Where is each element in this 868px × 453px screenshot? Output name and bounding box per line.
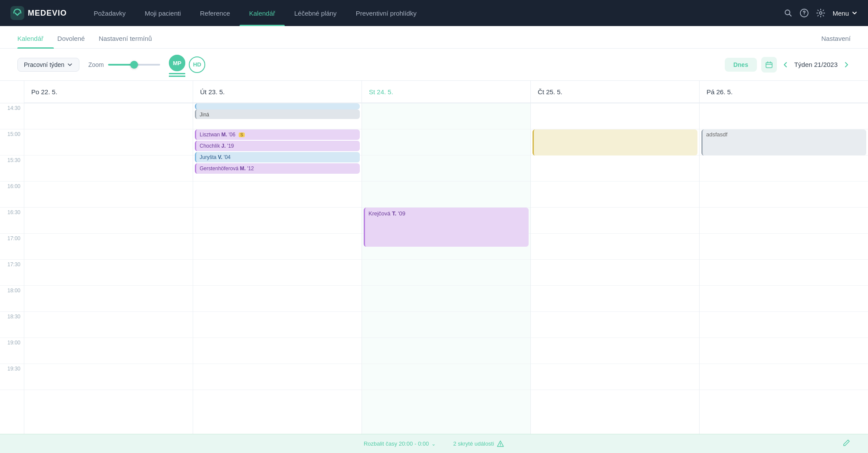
day-slot[interactable] <box>193 286 362 312</box>
day-slot[interactable] <box>531 182 699 208</box>
day-slot[interactable] <box>362 286 530 312</box>
edit-button[interactable] <box>842 439 851 449</box>
tab-kalendar[interactable]: Kalendář <box>17 35 54 48</box>
nav-item-preventivni[interactable]: Preventivní prohlídky <box>346 0 426 26</box>
navbar-right: Menu <box>784 8 858 18</box>
time-slot-1430: 14:30 <box>0 103 24 129</box>
day-slot[interactable] <box>24 103 193 129</box>
day-slot[interactable] <box>531 312 699 338</box>
day-slot[interactable] <box>362 155 530 182</box>
nav-week-controls: Dnes Týden 21/2023 <box>725 57 851 73</box>
day-slot[interactable] <box>531 338 699 364</box>
day-slot[interactable] <box>700 286 868 312</box>
day-slot[interactable] <box>24 208 193 234</box>
day-slot[interactable] <box>362 338 530 364</box>
day-slot[interactable] <box>531 364 699 390</box>
settings-icon[interactable] <box>816 8 825 18</box>
day-slot[interactable] <box>193 338 362 364</box>
zoom-slider[interactable] <box>108 64 160 66</box>
time-slot-1800: 18:00 <box>0 286 24 312</box>
day-slot[interactable] <box>24 364 193 390</box>
day-slot[interactable] <box>24 286 193 312</box>
next-week-button[interactable] <box>842 60 851 69</box>
svg-point-4 <box>819 12 822 14</box>
nav-item-pozadavky[interactable]: Požadavky <box>84 0 135 26</box>
day-slot[interactable] <box>193 182 362 208</box>
help-icon[interactable] <box>799 8 809 18</box>
event-krejcova[interactable]: Krejčová T. '09 <box>364 208 529 247</box>
day-slot[interactable] <box>24 234 193 260</box>
day-slot[interactable] <box>531 155 699 182</box>
event-jina[interactable]: Jiná <box>195 109 360 119</box>
day-slot[interactable] <box>362 103 530 129</box>
day-slot[interactable] <box>700 260 868 286</box>
svg-rect-0 <box>10 6 24 20</box>
day-slot[interactable] <box>700 234 868 260</box>
event-gerstenhof[interactable]: Gerstenhöferová M. '12 <box>195 163 360 174</box>
s-badge: S <box>239 132 245 137</box>
nav-item-kalendar[interactable]: Kalendář <box>240 0 285 26</box>
logo-text: MEDEVIO <box>28 9 67 18</box>
event-friday-gray[interactable]: adsfasdf <box>701 129 866 155</box>
tab-nastaveni-terminu[interactable]: Nastavení termínů <box>99 35 162 48</box>
day-slot[interactable] <box>700 182 868 208</box>
day-slot[interactable] <box>700 103 868 129</box>
event-tuesday-top[interactable] <box>195 103 360 109</box>
event-jurysta[interactable]: Juryšta V. '04 <box>195 152 360 162</box>
avatar-hd[interactable]: HD <box>189 56 205 73</box>
event-lisztwan[interactable]: Lisztwan M. '06 S <box>195 129 360 140</box>
event-thursday-yellow[interactable] <box>533 129 697 155</box>
expand-times-button[interactable]: Rozbalit časy 20:00 - 0:00 ⌄ <box>364 440 436 447</box>
day-slot[interactable] <box>24 155 193 182</box>
event-label: adsfasdf <box>706 131 727 138</box>
tab-nastaveni[interactable]: Nastavení <box>821 35 851 48</box>
day-slot[interactable] <box>700 208 868 234</box>
day-slot[interactable] <box>531 208 699 234</box>
day-slot[interactable] <box>362 312 530 338</box>
day-slot[interactable] <box>24 182 193 208</box>
day-slot[interactable] <box>193 364 362 390</box>
day-header-wednesday: St 24. 5. <box>362 81 530 103</box>
nav-item-reference[interactable]: Reference <box>191 0 240 26</box>
nav-item-lecebne[interactable]: Léčebné plány <box>285 0 346 26</box>
day-slot[interactable] <box>700 312 868 338</box>
day-slot[interactable] <box>362 260 530 286</box>
svg-point-6 <box>500 445 501 446</box>
calendar-icon-button[interactable] <box>761 57 777 73</box>
zoom-label: Zoom <box>88 61 104 68</box>
edit-icon <box>842 439 851 447</box>
time-slot-1630: 16:30 <box>0 208 24 234</box>
avatar-mp[interactable]: MP <box>169 55 185 71</box>
day-slot[interactable] <box>24 338 193 364</box>
dnes-button[interactable]: Dnes <box>725 58 757 72</box>
hidden-events-button[interactable]: 2 skryté události <box>453 440 504 448</box>
logo[interactable]: MEDEVIO <box>10 6 67 20</box>
day-slot[interactable] <box>531 103 699 129</box>
day-slot[interactable] <box>193 234 362 260</box>
day-slot[interactable] <box>531 286 699 312</box>
event-chochlik[interactable]: Chochlík J. '19 <box>195 141 360 151</box>
day-slot[interactable] <box>362 129 530 155</box>
day-slot[interactable] <box>193 208 362 234</box>
tab-dovolene[interactable]: Dovolené <box>57 35 95 48</box>
week-selector[interactable]: Pracovní týden <box>17 58 79 72</box>
menu-button[interactable]: Menu <box>832 10 858 17</box>
day-slot[interactable] <box>362 182 530 208</box>
day-slot[interactable] <box>193 260 362 286</box>
day-tuesday: Út 23. 5. Jiná <box>193 81 362 437</box>
day-slot[interactable] <box>700 155 868 182</box>
day-slot[interactable] <box>24 129 193 155</box>
day-slot[interactable] <box>531 260 699 286</box>
day-slot[interactable] <box>24 312 193 338</box>
day-slot[interactable] <box>531 234 699 260</box>
day-slot[interactable] <box>193 312 362 338</box>
nav-item-pacienti[interactable]: Moji pacienti <box>135 0 190 26</box>
tabs-bar: Kalendář Dovolené Nastavení termínů Nast… <box>0 26 868 49</box>
prev-week-button[interactable] <box>781 60 790 69</box>
day-slot[interactable] <box>362 364 530 390</box>
day-slot[interactable] <box>24 260 193 286</box>
day-slot[interactable] <box>700 338 868 364</box>
event-label: Jiná <box>200 112 209 118</box>
search-icon[interactable] <box>784 9 792 17</box>
day-slot[interactable] <box>700 364 868 390</box>
